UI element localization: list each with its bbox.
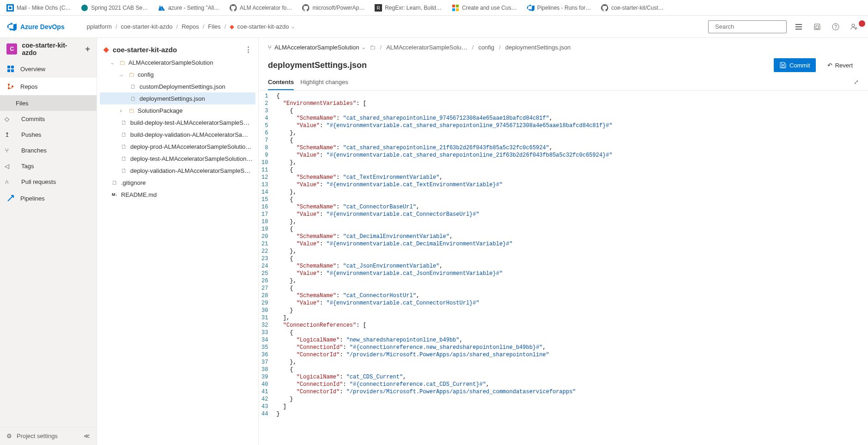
- tree-file[interactable]: 🗋 customDeploymentSettings.json: [100, 80, 255, 92]
- breadcrumb-org[interactable]: pplatform: [87, 23, 112, 30]
- folder-icon[interactable]: 🗀: [370, 44, 376, 51]
- path-segment[interactable]: config: [478, 44, 494, 51]
- tree-folder[interactable]: ⌵ 🗀 ALMAcceleratorSampleSolution: [100, 56, 255, 68]
- azure-devops-icon: [7, 22, 17, 31]
- nav-commits[interactable]: ◇ Commits: [0, 111, 97, 127]
- browser-tab[interactable]: Spring 2021 CAB Se…: [76, 2, 152, 13]
- undo-icon: ↶: [827, 62, 832, 69]
- pipelines-icon: [6, 194, 15, 202]
- svg-rect-6: [452, 5, 455, 7]
- nav-overview[interactable]: Overview: [0, 60, 97, 78]
- project-name: coe-starter-kit-azdo: [22, 42, 80, 56]
- tags-icon: ◁: [3, 162, 11, 170]
- tree-file[interactable]: M↓ README.md: [100, 189, 255, 201]
- help-icon[interactable]: ?: [829, 20, 842, 33]
- project-settings[interactable]: ⚙ Project settings ≪: [0, 427, 97, 445]
- pushes-icon: ↥: [3, 130, 11, 139]
- repo-selector[interactable]: ◆ coe-starter-kit-azdo ⋮: [100, 43, 255, 56]
- chevron-right-icon: ›: [120, 108, 125, 113]
- nav-repos[interactable]: Repos: [0, 78, 97, 95]
- nav-pipelines[interactable]: Pipelines: [0, 189, 97, 207]
- tree-file[interactable]: 🗋 deploy-validation-ALMAcceleratorSample…: [100, 165, 255, 177]
- chevron-down-icon: ⌵: [120, 72, 125, 77]
- breadcrumb-project[interactable]: coe-starter-kit-azdo: [121, 23, 173, 30]
- file-icon: 🗋: [120, 155, 127, 162]
- marketplace-icon[interactable]: [792, 20, 805, 33]
- tree-file[interactable]: 🗋 deploy-prod-ALMAcceleratorSampleSoluti…: [100, 140, 255, 152]
- browser-tab[interactable]: Pipelines - Runs for…: [522, 2, 596, 13]
- project-header[interactable]: C coe-starter-kit-azdo +: [0, 38, 97, 60]
- svg-point-20: [12, 85, 13, 87]
- fullscreen-icon[interactable]: ⤢: [854, 75, 859, 90]
- file-title: deploymentSettings.json: [268, 61, 768, 70]
- browser-tab[interactable]: microsoft/PowerAp…: [297, 2, 369, 13]
- git-icon: ◆: [103, 45, 109, 54]
- browser-tab[interactable]: Create and use Cus…: [447, 2, 522, 13]
- tree-file[interactable]: 🗋 build-deploy-validation-ALMAccelerator…: [100, 128, 255, 140]
- commits-icon: ◇: [3, 115, 11, 123]
- tree-file[interactable]: 🗋 .gitignore: [100, 177, 255, 189]
- browser-tab[interactable]: ALM Accelerator fo…: [225, 2, 297, 13]
- tree-file[interactable]: 🗋 deploy-test-ALMAcceleratorSampleSoluti…: [100, 152, 255, 165]
- svg-point-2: [9, 6, 12, 9]
- project-badge: C: [6, 43, 17, 55]
- path-segment[interactable]: deploymentSettings.json: [505, 44, 571, 51]
- folder-icon: 🗀: [127, 107, 135, 114]
- ado-brand-text: Azure DevOps: [20, 23, 65, 30]
- browser-tab[interactable]: azure - Setting "All…: [153, 2, 224, 13]
- tree-folder[interactable]: › 🗀 SolutionPackage: [100, 104, 255, 116]
- more-icon[interactable]: ⋮: [245, 45, 252, 54]
- path-segment[interactable]: ALMAcceleratorSampleSolu…: [386, 44, 467, 51]
- nav-files[interactable]: Files: [0, 95, 97, 111]
- commit-button[interactable]: Commit: [774, 58, 816, 72]
- left-nav: C coe-starter-kit-azdo + Overview Repos …: [0, 38, 97, 445]
- breadcrumb-section[interactable]: Repos: [182, 23, 199, 30]
- search-input[interactable]: [715, 23, 793, 30]
- nav-tags[interactable]: ◁ Tags: [0, 158, 97, 174]
- branch-selector[interactable]: ⑂ ALMAcceleratorSampleSolution ⌵: [268, 44, 365, 51]
- tree-folder[interactable]: ⌵ 🗀 config: [100, 68, 255, 80]
- favicon: R: [375, 4, 382, 12]
- shopping-icon[interactable]: [811, 20, 824, 33]
- favicon: [452, 4, 459, 12]
- browser-tab[interactable]: coe-starter-kit/Cust…: [596, 2, 668, 13]
- collapse-icon[interactable]: ≪: [84, 433, 90, 439]
- file-icon: 🗋: [111, 179, 118, 186]
- nav-pull-requests[interactable]: ⑃ Pull requests: [0, 174, 97, 189]
- markdown-icon: M↓: [111, 191, 118, 198]
- save-icon: [779, 61, 787, 69]
- browser-tab[interactable]: Mail - Mike Ochs (C…: [2, 2, 75, 13]
- tab-contents[interactable]: Contents: [268, 75, 294, 90]
- svg-point-19: [8, 87, 10, 89]
- nav-branches[interactable]: ⑂ Branches: [0, 142, 97, 158]
- favicon: [6, 4, 14, 12]
- breadcrumb: pplatform / coe-starter-kit-azdo / Repos…: [87, 23, 295, 30]
- file-icon: 🗋: [129, 95, 137, 102]
- pr-icon: ⑃: [3, 177, 11, 186]
- path-bar: ⑂ ALMAcceleratorSampleSolution ⌵ 🗀 / ALM…: [259, 38, 868, 56]
- folder-icon: 🗀: [118, 59, 126, 66]
- favicon: [302, 4, 310, 12]
- browser-tab[interactable]: RRegExr: Learn, Build…: [370, 2, 446, 13]
- search-box[interactable]: [708, 20, 787, 33]
- breadcrumb-repo[interactable]: ◆ coe-starter-kit-azdo ⌵: [230, 23, 294, 30]
- nav-pushes[interactable]: ↥ Pushes: [0, 127, 97, 142]
- tree-file-selected[interactable]: 🗋 deploymentSettings.json: [100, 92, 255, 104]
- file-tree-panel: ◆ coe-starter-kit-azdo ⋮ ⌵ 🗀 ALMAccelera…: [97, 38, 259, 445]
- folder-icon: 🗀: [127, 71, 135, 78]
- tab-highlight[interactable]: Highlight changes: [300, 75, 348, 90]
- tree-file[interactable]: 🗋 build-deploy-test-ALMAcceleratorSample…: [100, 116, 255, 128]
- code-content[interactable]: { "EnvironmentVariables": [ { "SchemaNam…: [273, 91, 868, 445]
- code-editor[interactable]: 1234567891011121314151617181920212223242…: [259, 91, 868, 445]
- breadcrumb-sub[interactable]: Files: [208, 23, 220, 30]
- revert-button[interactable]: ↶ Revert: [821, 58, 859, 72]
- svg-text:?: ?: [834, 24, 837, 30]
- favicon: [81, 4, 88, 12]
- svg-rect-9: [456, 8, 459, 11]
- line-gutter: 1234567891011121314151617181920212223242…: [259, 91, 273, 445]
- notification-dot: [859, 20, 865, 27]
- chevron-down-icon: ⌵: [291, 24, 294, 29]
- new-item-icon[interactable]: +: [85, 44, 90, 54]
- file-tabs: Contents Highlight changes ⤢: [259, 75, 868, 91]
- ado-logo[interactable]: Azure DevOps: [7, 22, 65, 31]
